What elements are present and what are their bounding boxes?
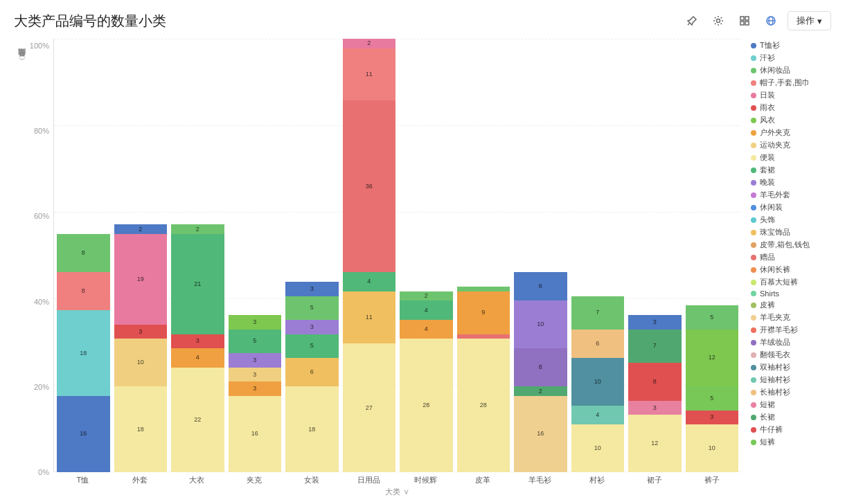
legend-item: 翻领毛衣: [751, 350, 831, 360]
legend-dot: [751, 192, 756, 198]
bar-segment: 28: [457, 339, 510, 472]
bar-segment: 3: [628, 315, 682, 330]
legend-dot: [751, 365, 756, 370]
segment-label: 11: [366, 314, 373, 321]
settings-icon[interactable]: [709, 11, 728, 30]
bar-segment: 6: [571, 330, 625, 358]
svg-rect-3: [745, 17, 749, 20]
pin-icon[interactable]: [682, 11, 702, 30]
bar-segment: 8: [514, 348, 567, 386]
bar-segment: 5: [686, 386, 739, 410]
legend-label: 赠品: [760, 252, 775, 262]
segment-label: 7: [653, 343, 657, 349]
segment-label: 5: [253, 338, 256, 344]
bar-segment: 10: [571, 424, 625, 472]
segment-label: 4: [425, 326, 428, 332]
y-tick: 60%: [34, 212, 49, 220]
segment-label: 2: [425, 293, 428, 299]
segment-label: 10: [537, 321, 544, 327]
bar-segment: 3: [229, 353, 282, 368]
stacked-bar: 28442: [400, 291, 453, 472]
legend-label: 长裙: [760, 412, 775, 422]
legend-label: 牛仔裤: [760, 424, 783, 435]
legend-label: 汗衫: [760, 53, 775, 63]
legend-label: 短裙: [760, 399, 775, 410]
bar-segment: 2: [514, 386, 567, 396]
x-tick: 女装: [285, 475, 338, 485]
segment-label: 5: [710, 314, 713, 321]
legend-item: 牛仔裤: [751, 424, 831, 435]
bar-segment: 10: [571, 358, 625, 406]
ops-button[interactable]: 操作 ▾: [788, 11, 831, 30]
x-tick: 皮革: [456, 475, 510, 485]
legend-dot: [751, 291, 756, 296]
bar-segment: 28: [400, 339, 453, 472]
segment-label: 3: [253, 372, 256, 378]
legend-label: 运动夹克: [760, 140, 790, 150]
legend-item: 运动夹克: [751, 140, 831, 150]
segment-label: 27: [366, 405, 373, 411]
x-tick: 裙子: [628, 475, 682, 485]
segment-label: 5: [310, 343, 314, 349]
legend-dot: [751, 415, 756, 420]
segment-label: 4: [425, 307, 428, 314]
legend-item: 羊毛外套: [751, 190, 831, 200]
segment-label: 2: [196, 226, 199, 233]
bar-segment: 12: [628, 415, 682, 472]
legend-item: 短袖村衫: [751, 375, 831, 385]
segment-label: 8: [82, 250, 85, 256]
segment-label: 16: [251, 431, 258, 437]
legend-dot: [751, 105, 756, 111]
legend-label: 珠宝饰品: [760, 227, 790, 237]
legend-dot: [751, 402, 756, 408]
bar-segment: 6: [285, 358, 339, 386]
bar-segment: 21: [171, 234, 224, 334]
legend-item: 百慕大短裤: [751, 277, 831, 287]
y-tick: 40%: [34, 298, 49, 306]
bar-segment: 18: [57, 310, 110, 396]
bar-segment: 3: [628, 401, 682, 415]
bar-segment: 10: [686, 424, 739, 472]
legend-dot: [751, 180, 756, 186]
stacked-bar: 2243212: [171, 224, 224, 472]
bar-segment: 16: [229, 396, 282, 472]
x-tick: 外套: [114, 475, 167, 485]
grid-icon[interactable]: [735, 11, 754, 30]
stacked-bar: 18103192: [114, 224, 168, 472]
globe-icon[interactable]: [761, 11, 781, 30]
y-axis-title: 产品编号（数量）: [14, 42, 27, 62]
segment-label: 22: [194, 417, 201, 423]
legend-item: 套裙: [751, 165, 831, 175]
ops-chevron: ▾: [817, 16, 822, 26]
legend-item: 双袖村衫: [751, 362, 831, 372]
segment-label: 10: [137, 359, 144, 366]
bar-group: 123873: [628, 39, 682, 472]
segment-label: 3: [196, 338, 199, 344]
chart-inner: 100%80%60%40%20%0% 161888181031922243212…: [27, 39, 741, 497]
legend-label: 雨衣: [760, 102, 775, 113]
bar-segment: 7: [628, 330, 682, 363]
bar-group: 1041067: [571, 39, 625, 472]
legend-label: 长袖村衫: [760, 387, 790, 397]
y-tick: 80%: [34, 127, 49, 135]
bar-segment: [457, 334, 510, 339]
segment-label: 6: [596, 341, 599, 347]
svg-rect-4: [740, 21, 744, 25]
bar-segment: 3: [229, 381, 282, 396]
legend-item: 休闲装: [751, 202, 831, 213]
legend-item: 汗衫: [751, 53, 831, 63]
x-tick: 大衣: [170, 475, 224, 485]
bar-group: 1865353: [285, 39, 339, 472]
legend-item: 长袖村衫: [751, 387, 831, 397]
segment-label: 4: [196, 354, 199, 361]
legend-dot: [751, 377, 756, 383]
segment-label: 10: [709, 445, 715, 451]
bar-segment: 18: [285, 386, 339, 472]
segment-label: 10: [594, 379, 601, 385]
page-title: 大类产品编号的数量小类: [14, 12, 166, 30]
bar-segment: 4: [400, 320, 453, 339]
bar-segment: 12: [686, 330, 739, 387]
segment-label: 36: [366, 183, 373, 190]
legend-dot: [751, 230, 756, 235]
stacked-bar: 123873: [628, 315, 682, 472]
